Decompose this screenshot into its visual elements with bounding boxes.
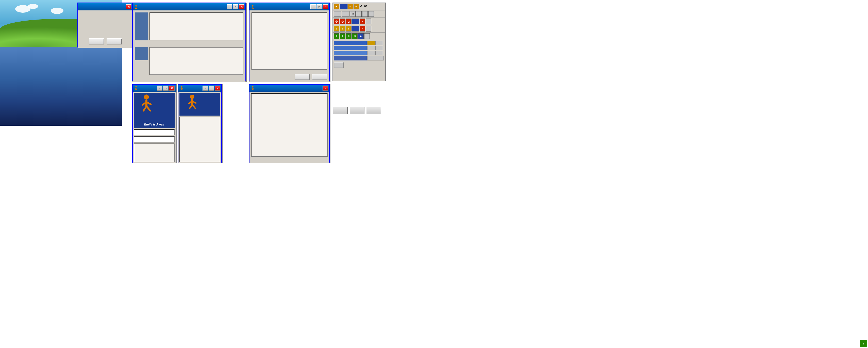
aim-right-btn2[interactable] bbox=[312, 74, 327, 80]
aim-right-close-btn[interactable]: ✕ bbox=[322, 4, 328, 9]
blue-wallpaper bbox=[0, 47, 122, 126]
svg-line-5 bbox=[136, 8, 137, 9]
red-x-2[interactable]: ✕ bbox=[360, 26, 365, 31]
emily-man-icon-3 bbox=[250, 86, 255, 90]
emily-2-min-btn[interactable]: – bbox=[203, 86, 208, 91]
emily-1-min-btn[interactable]: – bbox=[157, 86, 162, 91]
aim-main-window: – □ ✕ bbox=[132, 3, 246, 81]
emily-input-2[interactable] bbox=[134, 137, 175, 143]
gray-small-btn-2[interactable] bbox=[367, 46, 375, 50]
emily-1-close-btn[interactable]: ✕ bbox=[169, 86, 175, 91]
svg-line-17 bbox=[136, 89, 137, 90]
emily-3-close-btn[interactable]: ✕ bbox=[322, 86, 328, 91]
gray-small-btn-3[interactable] bbox=[375, 46, 383, 50]
svg-point-12 bbox=[135, 86, 137, 87]
gray-btn-7[interactable] bbox=[366, 26, 371, 31]
aim-right-min-btn[interactable]: – bbox=[310, 4, 316, 9]
svg-line-22 bbox=[143, 106, 147, 111]
bottom-btn-1[interactable] bbox=[333, 107, 348, 114]
blue-bar-4[interactable] bbox=[334, 56, 367, 60]
blue-sq-1[interactable] bbox=[352, 19, 359, 24]
text-a-exclaim: A! bbox=[364, 4, 368, 9]
bottom-btn-2[interactable] bbox=[349, 107, 365, 114]
aim-right-titlebar: – □ ✕ bbox=[249, 3, 329, 10]
aim-content-top bbox=[150, 12, 243, 40]
aim-man-icon bbox=[134, 5, 138, 9]
aim-main-max-btn[interactable]: □ bbox=[233, 4, 238, 9]
yellow-small-btn[interactable] bbox=[367, 41, 375, 45]
aim-content-bottom bbox=[150, 47, 243, 75]
emily-large-man-1 bbox=[137, 94, 155, 114]
envelope-icon-1[interactable]: ✉ bbox=[334, 4, 339, 9]
dialog-btn-cancel[interactable] bbox=[106, 38, 122, 45]
dialog-titlebar-1: ✕ bbox=[78, 3, 132, 10]
emily-banner-2 bbox=[180, 93, 220, 116]
svg-text:e: e bbox=[863, 342, 864, 345]
envelope-icon-3[interactable]: ✉ bbox=[353, 4, 359, 9]
small-gray-btn-bottom[interactable] bbox=[334, 62, 344, 68]
gray-envelope-1[interactable]: ✉ bbox=[350, 11, 355, 17]
dialog-content-1 bbox=[81, 13, 130, 33]
emily-1-max-btn[interactable]: □ bbox=[163, 86, 168, 91]
emily-window-2: – □ ✕ bbox=[178, 84, 222, 163]
blue-bar-3[interactable] bbox=[334, 51, 367, 55]
gray-btn-1[interactable] bbox=[334, 11, 341, 17]
emily-man-icon-2 bbox=[180, 86, 184, 90]
red-btn-3[interactable]: ⏻ bbox=[346, 19, 351, 24]
gray-small-btn-5[interactable] bbox=[375, 51, 383, 55]
blue-arrow[interactable]: ▶ bbox=[358, 33, 364, 39]
emily-window-3: ✕ bbox=[249, 84, 330, 163]
gray-btn-8[interactable] bbox=[364, 33, 370, 39]
gray-btn-2[interactable] bbox=[342, 11, 349, 17]
emily-2-close-btn[interactable]: ✕ bbox=[215, 86, 220, 91]
svg-line-11 bbox=[253, 8, 253, 9]
svg-line-29 bbox=[182, 89, 183, 90]
aim-right-max-btn[interactable]: □ bbox=[316, 4, 322, 9]
blue-icon-1[interactable] bbox=[340, 4, 347, 9]
green-btn-1[interactable]: ✲ bbox=[334, 33, 339, 39]
emily-input-1[interactable] bbox=[134, 129, 175, 136]
aim-right-content bbox=[251, 12, 327, 70]
svg-line-41 bbox=[253, 89, 253, 90]
red-btn-2[interactable]: ⏻ bbox=[340, 19, 345, 24]
svg-point-0 bbox=[135, 5, 137, 6]
green-btn-3[interactable]: ✲ bbox=[346, 33, 351, 39]
gray-small-btn-1[interactable] bbox=[375, 41, 383, 45]
gray-btn-4[interactable] bbox=[362, 11, 368, 17]
emily-2-max-btn[interactable]: □ bbox=[209, 86, 214, 91]
blue-bar-1[interactable] bbox=[334, 41, 367, 45]
small-corner-icon: e bbox=[860, 340, 867, 347]
yellow-btn-3[interactable]: $ bbox=[346, 26, 351, 31]
aim-main-min-btn[interactable]: – bbox=[227, 4, 232, 9]
blue-bar-2[interactable] bbox=[334, 46, 367, 50]
yellow-btn-2[interactable]: $ bbox=[340, 26, 345, 31]
svg-line-34 bbox=[189, 105, 192, 109]
gray-small-btn-4[interactable] bbox=[367, 51, 375, 55]
emily-man-icon-1 bbox=[134, 86, 138, 90]
green-envelope[interactable]: ✉ bbox=[352, 33, 358, 39]
green-btn-2[interactable]: ✲ bbox=[340, 33, 345, 39]
emily-content-3 bbox=[251, 93, 328, 157]
emily-window-1: – □ ✕ Emily is Away bbox=[132, 84, 176, 163]
red-x-1[interactable]: ✕ bbox=[360, 19, 365, 24]
bottom-btn-3[interactable] bbox=[366, 107, 381, 114]
svg-line-35 bbox=[192, 105, 196, 109]
red-btn-1[interactable]: ⏻ bbox=[334, 19, 339, 24]
text-a-icon: A bbox=[360, 4, 363, 9]
gray-small-btn-6[interactable] bbox=[367, 56, 384, 60]
svg-point-6 bbox=[252, 5, 253, 6]
svg-point-18 bbox=[144, 94, 149, 99]
blue-sq-2[interactable] bbox=[352, 26, 359, 31]
gray-btn-5[interactable] bbox=[368, 11, 374, 17]
emily-banner-1: Emily is Away bbox=[134, 93, 175, 128]
envelope-icon-2[interactable]: ✉ bbox=[347, 4, 353, 9]
emily-content-2 bbox=[180, 117, 220, 162]
close-button-1[interactable]: ✕ bbox=[126, 4, 131, 9]
dialog-btn-ok[interactable] bbox=[89, 38, 104, 45]
aim-right-btn1[interactable] bbox=[294, 74, 310, 80]
gray-btn-6[interactable] bbox=[366, 19, 371, 24]
aim-blue-avatar bbox=[135, 12, 148, 40]
gray-btn-3[interactable] bbox=[356, 11, 362, 17]
aim-main-close-btn[interactable]: ✕ bbox=[239, 4, 244, 9]
yellow-btn-1[interactable]: $ bbox=[334, 26, 339, 31]
